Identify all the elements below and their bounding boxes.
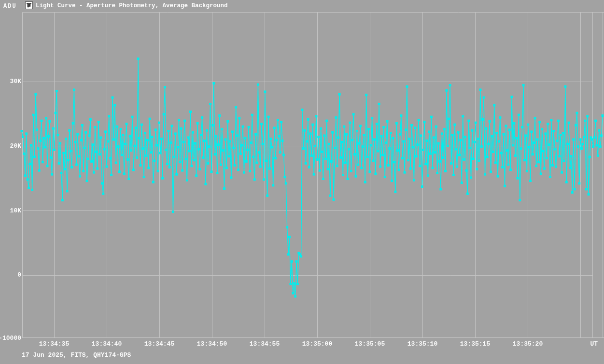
- light-curve-plot[interactable]: [0, 0, 604, 364]
- x-tick-label: 13:34:40: [85, 341, 128, 347]
- x-tick-label: 13:34:45: [138, 341, 181, 347]
- x-tick-label: 13:35:00: [295, 341, 339, 347]
- x-axis-unit-label: UT: [577, 341, 598, 347]
- y-axis-unit-label: ADU: [3, 3, 17, 10]
- x-tick-label: 13:35:05: [348, 341, 392, 347]
- window-title: Light Curve - Aperture Photometry, Avera…: [36, 2, 228, 10]
- x-tick-label: 13:34:55: [243, 341, 286, 347]
- y-tick-label: 20K: [0, 143, 21, 149]
- x-tick-label: 13:34:50: [190, 341, 234, 347]
- x-tick-label: 13:35:15: [453, 341, 497, 347]
- x-tick-label: 13:35:20: [506, 341, 549, 347]
- light-curve-icon: [25, 1, 33, 9]
- y-tick-label: 30K: [0, 78, 21, 84]
- x-tick-label: 13:34:35: [32, 341, 76, 347]
- y-tick-label: -10000: [0, 335, 21, 341]
- light-curve-window: { "header": { "y_axis_unit": "ADU", "tit…: [0, 0, 604, 364]
- y-tick-label: 0: [0, 272, 21, 278]
- x-tick-label: 13:35:10: [401, 341, 444, 347]
- recording-info: 17 Jun 2025, FITS, QHY174-GPS: [22, 352, 131, 358]
- y-tick-label: 10K: [0, 208, 21, 214]
